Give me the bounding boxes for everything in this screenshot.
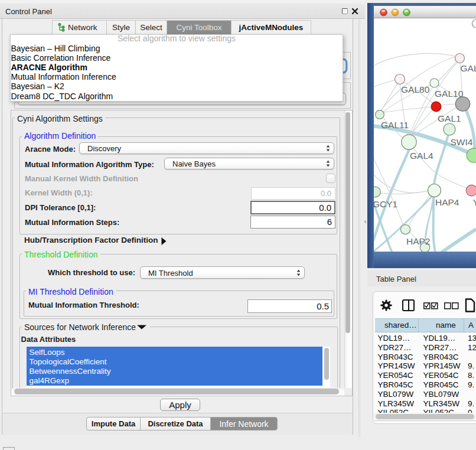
svg-text:HAP4: HAP4: [435, 197, 459, 207]
svg-text:GAL11: GAL11: [381, 120, 409, 130]
svg-text:GAL1: GAL1: [438, 113, 461, 123]
svg-text:GAL10: GAL10: [435, 89, 464, 99]
svg-text:GAL7: GAL7: [461, 63, 476, 73]
svg-text:GCY1: GCY1: [374, 199, 397, 209]
svg-text:HAP2: HAP2: [406, 236, 431, 246]
svg-text:SWI4: SWI4: [451, 137, 473, 147]
svg-text:GAL4: GAL4: [410, 151, 433, 161]
svg-text:Y: Y: [473, 197, 476, 207]
svg-text:GAL80: GAL80: [401, 84, 430, 94]
